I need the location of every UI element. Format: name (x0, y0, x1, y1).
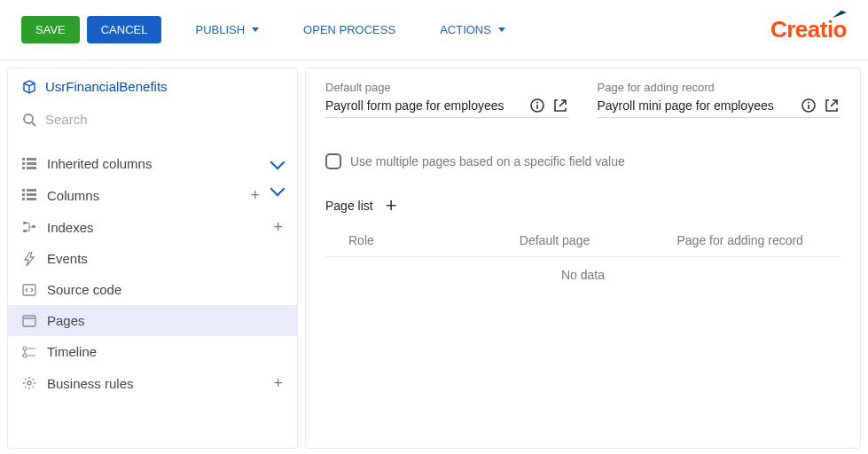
add-icon[interactable]: + (273, 219, 283, 235)
col-default-page: Default page (470, 233, 640, 247)
default-page-value[interactable]: Payroll form page for employees (325, 98, 523, 113)
sidebar-item-events[interactable]: Events (8, 243, 297, 274)
sidebar-item-business-rules[interactable]: Business rules + (8, 367, 297, 399)
chevron-down-icon[interactable] (270, 182, 285, 197)
bird-icon (833, 11, 847, 18)
multi-pages-checkbox-label: Use multiple pages based on a specific f… (350, 154, 625, 168)
caret-down-icon (498, 27, 505, 32)
cancel-button[interactable]: CANCEL (87, 16, 162, 43)
add-page-list-button[interactable]: + (386, 196, 397, 215)
svg-rect-5 (27, 162, 36, 165)
lightning-icon (22, 252, 36, 266)
page-list-empty: No data (325, 257, 841, 293)
page-icon (22, 315, 36, 327)
content-area: Default page Payroll form page for emplo… (305, 67, 861, 449)
svg-rect-14 (23, 222, 27, 224)
svg-rect-6 (22, 167, 25, 169)
sidebar-item-label: Timeline (47, 344, 283, 359)
add-page-value[interactable]: Payroll mini page for employees (598, 98, 795, 113)
svg-point-31 (808, 102, 809, 104)
default-page-label: Default page (325, 81, 569, 94)
external-link-icon[interactable] (823, 98, 841, 114)
sidebar: UsrFinancialBenefits Inherited columns (7, 67, 298, 449)
add-page-label: Page for adding record (598, 81, 841, 94)
add-page-field: Page for adding record Payroll mini page… (598, 81, 841, 118)
actions-button-label: ACTIONS (440, 23, 491, 36)
sidebar-item-inherited-columns[interactable]: Inherited columns (8, 148, 297, 179)
toolbar: SAVE CANCEL PUBLISH OPEN PROCESS ACTIONS… (0, 0, 868, 60)
timeline-icon (22, 346, 36, 358)
sidebar-item-label: Indexes (47, 220, 262, 235)
cube-icon (22, 80, 36, 94)
svg-rect-13 (27, 198, 36, 200)
code-icon (22, 284, 36, 296)
info-icon[interactable] (800, 98, 817, 114)
svg-rect-15 (23, 230, 27, 232)
publish-button-label: PUBLISH (195, 23, 245, 36)
add-icon[interactable]: + (273, 375, 283, 391)
sidebar-item-label: Pages (47, 313, 283, 328)
svg-rect-4 (22, 162, 25, 165)
page-list-title: Page list (325, 199, 373, 213)
sidebar-item-label: Source code (47, 282, 283, 297)
object-name-row: UsrFinancialBenefits (8, 68, 297, 105)
svg-point-28 (536, 102, 538, 104)
sidebar-item-label: Inherited columns (47, 156, 262, 171)
search-box (8, 105, 297, 134)
external-link-icon[interactable] (551, 98, 569, 114)
svg-rect-9 (27, 189, 36, 192)
svg-rect-11 (27, 193, 36, 196)
svg-point-25 (27, 381, 31, 385)
sidebar-item-label: Business rules (47, 376, 262, 391)
gear-icon (22, 376, 36, 390)
svg-point-0 (24, 114, 33, 123)
search-input[interactable] (45, 112, 283, 127)
object-name-label: UsrFinancialBenefits (45, 79, 168, 94)
open-process-button[interactable]: OPEN PROCESS (293, 16, 406, 43)
add-icon[interactable]: + (250, 187, 260, 203)
caret-down-icon (252, 27, 259, 32)
publish-button[interactable]: PUBLISH (184, 16, 270, 43)
col-add-page: Page for adding record (639, 233, 841, 247)
svg-rect-2 (22, 158, 25, 160)
columns-icon (22, 189, 36, 201)
info-icon[interactable] (528, 98, 546, 114)
sidebar-item-indexes[interactable]: Indexes + (8, 211, 297, 243)
svg-rect-12 (22, 198, 25, 200)
save-button[interactable]: SAVE (21, 16, 80, 43)
search-icon (22, 113, 36, 127)
brand-name: Creatio (770, 16, 847, 43)
indexes-icon (22, 221, 36, 233)
page-list-header: Role Default page Page for adding record (325, 233, 841, 257)
sidebar-item-pages[interactable]: Pages (8, 305, 297, 336)
svg-rect-7 (27, 167, 36, 169)
svg-point-21 (23, 354, 27, 357)
checkbox-icon[interactable] (325, 153, 341, 169)
default-page-field: Default page Payroll form page for emplo… (325, 81, 569, 118)
svg-rect-10 (22, 193, 25, 196)
svg-line-1 (32, 122, 35, 126)
brand-logo: Creatio (770, 16, 847, 43)
sidebar-item-label: Columns (47, 188, 239, 203)
sidebar-item-columns[interactable]: Columns + (8, 179, 297, 211)
sidebar-item-label: Events (47, 251, 283, 266)
multi-pages-checkbox-row[interactable]: Use multiple pages based on a specific f… (325, 153, 841, 169)
chevron-down-icon[interactable] (270, 154, 285, 169)
cancel-button-label: CANCEL (101, 23, 148, 36)
save-button-label: SAVE (35, 23, 66, 36)
open-process-label: OPEN PROCESS (303, 23, 395, 36)
svg-rect-3 (27, 158, 36, 160)
svg-rect-8 (22, 189, 25, 192)
col-role: Role (325, 233, 470, 247)
sidebar-item-source-code[interactable]: Source code (8, 274, 297, 305)
actions-button[interactable]: ACTIONS (429, 16, 516, 43)
columns-icon (22, 158, 36, 170)
svg-rect-18 (23, 316, 35, 326)
svg-rect-16 (32, 225, 35, 228)
svg-point-20 (23, 347, 27, 350)
sidebar-item-timeline[interactable]: Timeline (8, 336, 297, 367)
